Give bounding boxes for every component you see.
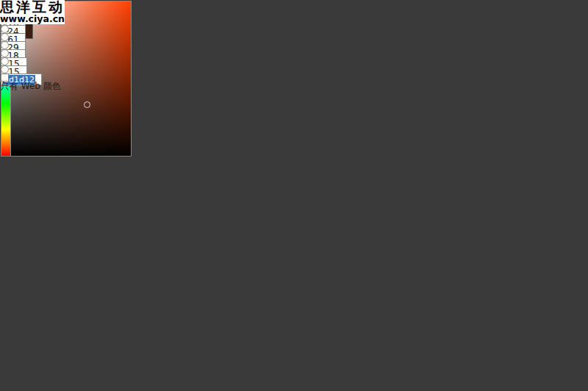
color-field-marker[interactable]	[84, 101, 90, 108]
watermark-url: www.ciya.cn	[0, 14, 65, 24]
photoshop-workspace: ◪ ✎ A| ¶ 添加调整 ☼ ▼ ◐ ◎ ◪ ▞ ◧ ◆ 图层 通道 路径	[0, 0, 588, 391]
web-colors-only-label: 只有 Web 颜色	[1, 82, 61, 91]
watermark-title: 思洋互动	[0, 0, 65, 14]
watermark: 思洋互动 www.ciya.cn	[0, 0, 65, 24]
